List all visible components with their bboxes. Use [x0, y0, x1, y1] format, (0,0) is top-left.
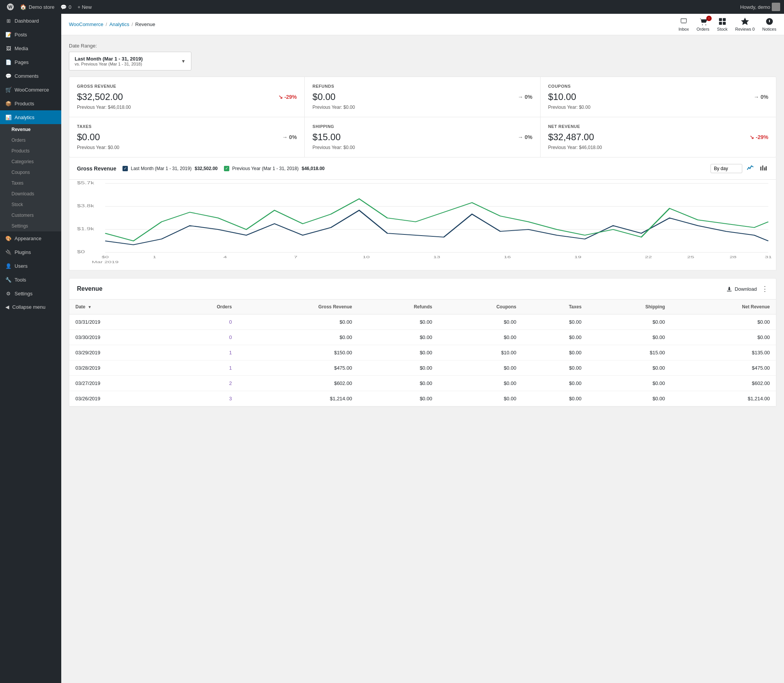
revenue-table: Date ▼ Orders Gross Revenue Refunds Coup… — [69, 300, 776, 406]
cell-orders: 1 — [167, 360, 238, 376]
orders-link[interactable]: 3 — [229, 396, 232, 401]
submenu-item-orders[interactable]: Orders — [0, 135, 61, 146]
more-options-button[interactable]: ⋮ — [761, 285, 768, 293]
table-actions: Download ⋮ — [726, 285, 768, 293]
sidebar-item-analytics[interactable]: 📊 Analytics — [0, 110, 61, 124]
comment-icon: 💬 — [60, 4, 67, 10]
bar-chart-button[interactable] — [758, 163, 768, 174]
settings-icon: ⚙ — [5, 290, 11, 296]
download-button[interactable]: Download — [726, 286, 757, 292]
col-taxes[interactable]: Taxes — [523, 300, 588, 314]
chart-title: Gross Revenue — [77, 165, 116, 172]
orders-link[interactable]: 0 — [229, 334, 232, 340]
stat-card-coupons: COUPONS $10.00 → 0% Previous Year: $0.00 — [541, 77, 776, 117]
stat-card-taxes: TAXES $0.00 → 0% Previous Year: $0.00 — [69, 117, 305, 157]
cell-orders: 2 — [167, 376, 238, 391]
top-icon-inbox[interactable]: Inbox — [679, 17, 689, 31]
orders-link[interactable]: 1 — [229, 350, 232, 355]
submenu-item-products[interactable]: Products — [0, 146, 61, 156]
col-coupons[interactable]: Coupons — [438, 300, 523, 314]
sidebar-item-appearance[interactable]: 🎨 Appearance — [0, 231, 61, 245]
cell-taxes: $0.00 — [523, 391, 588, 406]
submenu-item-downloads[interactable]: Downloads — [0, 188, 61, 199]
wp-logo-item[interactable]: W — [4, 3, 17, 10]
sidebar-item-pages[interactable]: 📄 Pages — [0, 55, 61, 69]
sidebar-item-woocommerce[interactable]: 🛒 WooCommerce — [0, 83, 61, 97]
cell-shipping: $0.00 — [588, 314, 671, 330]
breadcrumb-woocommerce[interactable]: WooCommerce — [69, 21, 103, 27]
top-icon-stock[interactable]: Stock — [717, 17, 728, 31]
chart-header: Gross Revenue ✓ Last Month (Mar 1 - 31, … — [69, 157, 776, 180]
posts-icon: 📝 — [5, 31, 11, 38]
col-refunds[interactable]: Refunds — [358, 300, 438, 314]
cell-refunds: $0.00 — [358, 360, 438, 376]
new-item[interactable]: + New — [74, 4, 95, 10]
svg-rect-5 — [760, 167, 761, 170]
submenu-item-categories[interactable]: Categories — [0, 156, 61, 167]
orders-link[interactable]: 1 — [229, 365, 232, 371]
sidebar-item-products[interactable]: 📦 Products — [0, 97, 61, 110]
submenu-item-stock[interactable]: Stock — [0, 199, 61, 210]
sidebar-item-posts[interactable]: 📝 Posts — [0, 28, 61, 41]
top-icon-notices[interactable]: Notices — [762, 17, 776, 31]
cell-shipping: $0.00 — [588, 360, 671, 376]
content-area: Date Range: Last Month (Mar 1 - 31, 2019… — [61, 35, 784, 414]
submenu-item-coupons[interactable]: Coupons — [0, 167, 61, 178]
table-row: 03/26/2019 3 $1,214.00 $0.00 $0.00 $0.00… — [69, 391, 776, 406]
sidebar-label-appearance: Appearance — [15, 236, 41, 241]
line-chart-button[interactable] — [745, 163, 755, 174]
woo-topbar: WooCommerce / Analytics / Revenue Inbox … — [61, 14, 784, 35]
sidebar-item-settings[interactable]: ⚙ Settings — [0, 287, 61, 300]
breadcrumb-analytics[interactable]: Analytics — [109, 21, 129, 27]
legend-label-current: Last Month (Mar 1 - 31, 2019) — [131, 166, 192, 171]
inbox-icon — [679, 17, 688, 26]
submenu-item-customers[interactable]: Customers — [0, 210, 61, 221]
site-name-item[interactable]: 🏠 Demo store — [17, 4, 57, 10]
svg-text:$0: $0 — [77, 250, 85, 254]
cell-date: 03/28/2019 — [69, 360, 167, 376]
users-icon: 👤 — [5, 263, 11, 269]
orders-icon — [699, 17, 707, 26]
sidebar-item-plugins[interactable]: 🔌 Plugins — [0, 245, 61, 259]
sidebar-item-comments[interactable]: 💬 Comments — [0, 69, 61, 83]
orders-link[interactable]: 0 — [229, 319, 232, 325]
cell-taxes: $0.00 — [523, 345, 588, 360]
svg-text:7: 7 — [294, 255, 297, 259]
cell-coupons: $0.00 — [438, 330, 523, 345]
table-row: 03/30/2019 0 $0.00 $0.00 $0.00 $0.00 $0.… — [69, 330, 776, 345]
notices-icon — [765, 17, 774, 26]
sidebar-item-users[interactable]: 👤 Users — [0, 259, 61, 273]
stat-card-refunds: REFUNDS $0.00 → 0% Previous Year: $0.00 — [305, 77, 540, 117]
submenu-item-revenue[interactable]: Revenue — [0, 124, 61, 135]
revenue-table-section: Revenue Download ⋮ Date ▼ Orders — [69, 278, 776, 407]
orders-badge: ! — [706, 16, 712, 21]
sidebar-item-dashboard[interactable]: ⊞ Dashboard — [0, 14, 61, 28]
submenu-item-taxes[interactable]: Taxes — [0, 178, 61, 188]
submenu-item-settings[interactable]: Settings — [0, 221, 61, 231]
cell-gross: $150.00 — [238, 345, 358, 360]
col-net-revenue[interactable]: Net Revenue — [671, 300, 776, 314]
notices-label: Notices — [762, 27, 776, 31]
sidebar-item-media[interactable]: 🖼 Media — [0, 41, 61, 55]
by-day-select[interactable]: By day By week By month — [710, 164, 742, 173]
col-gross-revenue[interactable]: Gross Revenue — [238, 300, 358, 314]
chart-container: $5.7k $3.8k $1.9k $0 $ — [69, 180, 776, 264]
sidebar-item-tools[interactable]: 🔧 Tools — [0, 273, 61, 287]
stat-card-shipping: SHIPPING $15.00 → 0% Previous Year: $0.0… — [305, 117, 540, 157]
coupons-change: → 0% — [754, 94, 768, 100]
collapse-menu-button[interactable]: ◀ Collapse menu — [0, 300, 61, 314]
top-icon-orders[interactable]: ! Orders — [696, 17, 709, 31]
col-date[interactable]: Date ▼ — [69, 300, 167, 314]
col-orders[interactable]: Orders — [167, 300, 238, 314]
col-shipping[interactable]: Shipping — [588, 300, 671, 314]
svg-rect-30 — [727, 291, 732, 292]
date-range-dropdown[interactable]: Last Month (Mar 1 - 31, 2019) vs. Previo… — [69, 52, 191, 70]
comments-item[interactable]: 💬 0 — [57, 4, 74, 10]
top-icon-reviews[interactable]: Reviews 0 — [735, 17, 755, 31]
table-header: Revenue Download ⋮ — [69, 278, 776, 300]
cell-net: $475.00 — [671, 360, 776, 376]
refunds-value-row: $0.00 → 0% — [312, 92, 532, 102]
cell-gross: $475.00 — [238, 360, 358, 376]
legend-check-current: ✓ — [122, 166, 128, 171]
orders-link[interactable]: 2 — [229, 380, 232, 386]
